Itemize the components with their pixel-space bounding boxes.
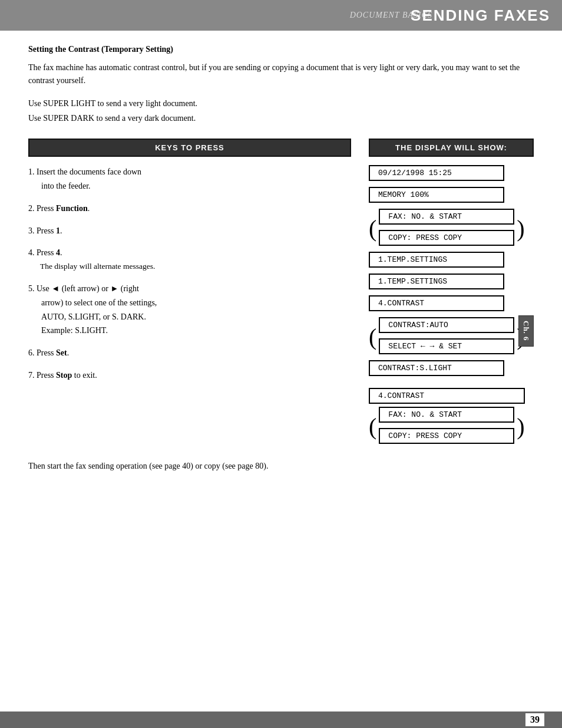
footer-bar: 39 [0,711,562,728]
display-box-contrast-slight: CONTRAST:S.LIGHT [369,360,504,376]
display-boxes-bottom: FAX: NO. & START COPY: PRESS COPY [379,407,514,447]
display-box-copy: COPY: PRESS COPY [379,230,514,246]
display-box-contrast: 4.CONTRAST [369,295,504,311]
page-number: 39 [525,713,544,726]
display-boxes-group1: FAX: NO. & START COPY: PRESS COPY [379,209,514,249]
display-box-select: SELECT ← → & SET [379,338,514,354]
display-memory: MEMORY 100% [369,187,504,206]
display-temp2: 1.TEMP.SETTINGS [369,274,504,292]
two-col-layout: KEYS TO PRESS 1. Insert the documents fa… [28,139,534,450]
keys-header: KEYS TO PRESS [28,139,351,157]
display-box-contrast-bottom: 4.CONTRAST [369,388,525,404]
left-bracket-2: ( [369,325,376,349]
use-line-1: Use SUPER LIGHT to send a very light doc… [28,96,534,111]
display-group-2: ( CONTRAST:AUTO SELECT ← → & SET ) [369,317,525,357]
display-box-temp2: 1.TEMP.SETTINGS [369,274,504,289]
chapter-tab: Ch. 6 [518,315,534,347]
display-box-fax-bottom: FAX: NO. & START [379,407,514,423]
step-1-text: 1. Insert the documents face down into t… [28,165,351,193]
left-column: KEYS TO PRESS 1. Insert the documents fa… [28,139,351,450]
display-group: 09/12/1998 15:25 MEMORY 100% ( FAX: NO. … [369,165,534,450]
doc-basics-label: DOCUMENT BASICS [350,11,432,20]
then-text: Then start the fax sending operation (se… [28,462,534,471]
step-3: 3. Press 1. [28,224,351,238]
main-content: Setting the Contrast (Temporary Setting)… [0,31,562,497]
steps-list: 1. Insert the documents face down into t… [28,165,351,383]
section-heading: Setting the Contrast (Temporary Setting) [28,45,534,54]
display-contrast-bottom: 4.CONTRAST [369,388,525,404]
step-2: 2. Press Function. [28,202,351,216]
step-7: 7. Press Stop to exit. [28,368,351,383]
intro-paragraph: The fax machine has automatic contrast c… [28,61,534,88]
header-bar: DOCUMENT BASICS SENDING FAXES [0,0,562,31]
display-box-memory: MEMORY 100% [369,187,504,203]
left-bracket-1: ( [369,217,376,241]
bottom-display: 4.CONTRAST ( FAX: NO. & START COPY: PRES… [369,388,525,450]
right-column: THE DISPLAY WILL SHOW: 09/12/1998 15:25 … [369,139,534,450]
display-box-datetime: 09/12/1998 15:25 [369,165,504,181]
display-box-contrast-auto: CONTRAST:AUTO [379,317,514,333]
right-bracket-3: ) [517,415,524,439]
display-contrast-slight: CONTRAST:S.LIGHT [369,360,504,379]
display-group-1: ( FAX: NO. & START COPY: PRESS COPY ) [369,209,525,249]
step-1: 1. Insert the documents face down into t… [28,165,351,193]
use-lines: Use SUPER LIGHT to send a very light doc… [28,96,534,126]
use-line-2: Use SUPER DARK to send a very dark docum… [28,111,534,126]
left-bracket-3: ( [369,415,376,439]
display-boxes-group2: CONTRAST:AUTO SELECT ← → & SET [379,317,514,357]
step-4-sub: The display will alternate messages. [28,260,351,274]
step-6: 6. Press Set. [28,346,351,360]
display-box-copy-bottom: COPY: PRESS COPY [379,428,514,444]
display-box-temp1: 1.TEMP.SETTINGS [369,252,504,268]
display-contrast: 4.CONTRAST [369,295,504,314]
right-bracket-1: ) [517,217,524,241]
display-box-fax: FAX: NO. & START [379,209,514,225]
display-temp1: 1.TEMP.SETTINGS [369,252,504,271]
display-group-bottom: ( FAX: NO. & START COPY: PRESS COPY ) [369,407,525,447]
step-5: 5. Use ◄ (left arrow) or ► (right arrow)… [28,282,351,338]
step-4: 4. Press 4. The display will alternate m… [28,246,351,274]
display-datetime: 09/12/1998 15:25 [369,165,504,184]
display-header: THE DISPLAY WILL SHOW: [369,139,534,157]
